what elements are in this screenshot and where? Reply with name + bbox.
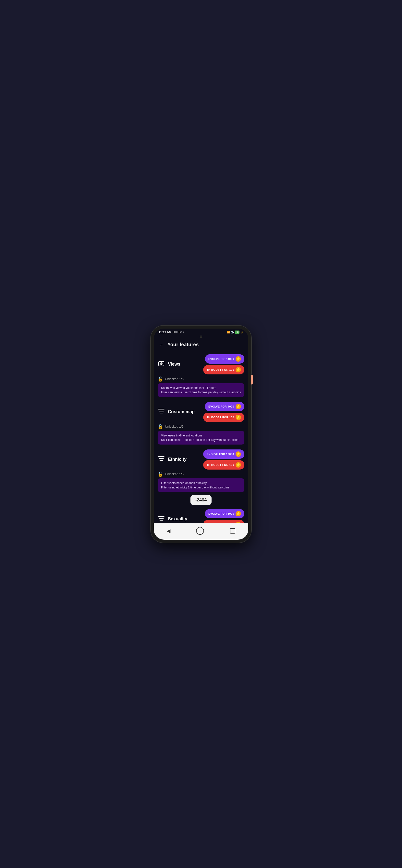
feature-ethnicity-buttons: EVOLVE FOR 16000 ⭐ 1H BOOST FOR 100 ⭐: [203, 450, 244, 470]
status-icons: 📶 📡 83 ⚡: [227, 331, 243, 334]
nav-square-shape: [230, 528, 235, 533]
lock-icon-map: 🔓: [158, 424, 163, 429]
ethnicity-boost-button[interactable]: 1H BOOST FOR 100 ⭐: [203, 460, 244, 470]
feature-ethnicity: Ethnicity EVOLVE FOR 16000 ⭐ 1H BOOST FO…: [158, 447, 244, 492]
feature-map-header: Custom map EVOLVE FOR 4000 ⭐ 1H BOOST FO…: [158, 400, 244, 423]
back-button[interactable]: ←: [159, 342, 163, 347]
map-evolve-button[interactable]: EVOLVE FOR 4000 ⭐: [205, 402, 244, 411]
charge-icon: ⚡: [241, 331, 243, 334]
feature-sexuality-name: Sexuality: [168, 517, 187, 522]
feature-ethnicity-name: Ethnicity: [168, 457, 187, 462]
star-coin-icon: ⭐: [236, 356, 241, 362]
svg-rect-4: [159, 411, 164, 411]
phone-screen: 11:19 AM 600KB/s ↓ 📶 📡 83 ⚡ ← Your featu…: [154, 329, 248, 540]
map-info-box: View users in different locations User c…: [158, 431, 244, 444]
svg-point-2: [161, 363, 162, 364]
svg-rect-6: [158, 456, 164, 457]
star-coin-icon-4: ⭐: [236, 415, 241, 420]
ethnicity-info-line1: Filter users based on their ethnicity: [161, 481, 241, 485]
ethnicity-info-box: Filter users based on their ethnicity Fi…: [158, 478, 244, 492]
feature-sexuality-buttons: EVOLVE FOR 8000 ⭐ 1H BOOST FOR 100 ⭐: [203, 509, 244, 523]
ethnicity-evolve-button[interactable]: EVOLVE FOR 16000 ⭐: [203, 450, 244, 459]
page-title: Your features: [167, 342, 198, 347]
tooltip-container: -2464: [158, 495, 244, 505]
views-info-line1: Users who viewed you in the last 24 hour…: [161, 386, 241, 390]
svg-rect-5: [160, 413, 163, 413]
battery-indicator: 83: [235, 331, 240, 334]
map-unlock-row: 🔓 Unlocked 1/5: [158, 423, 244, 431]
map-info-line2: User can select 1 custom location per da…: [161, 438, 241, 442]
lock-icon-ethnicity: 🔓: [158, 471, 163, 477]
feature-map-left: Custom map: [158, 409, 195, 415]
svg-rect-7: [159, 458, 164, 459]
feature-ethnicity-left: Ethnicity: [158, 456, 187, 463]
lock-icon: 🔓: [158, 376, 163, 382]
feature-views-header: Views EVOLVE FOR 4000 ⭐ 1H BOOST FOR 100…: [158, 352, 244, 375]
status-bar: 11:19 AM 600KB/s ↓ 📶 📡 83 ⚡: [154, 329, 248, 335]
features-content: Views EVOLVE FOR 4000 ⭐ 1H BOOST FOR 100…: [154, 350, 248, 523]
ethnicity-filter-icon: [158, 456, 165, 463]
svg-rect-11: [160, 520, 163, 521]
star-coin-icon-3: ⭐: [236, 404, 241, 409]
side-button: [251, 375, 253, 384]
nav-home-circle: [196, 527, 204, 535]
svg-rect-10: [159, 518, 164, 519]
views-boost-button[interactable]: 1H BOOST FOR 100 ⭐: [203, 365, 244, 374]
phone-frame: 11:19 AM 600KB/s ↓ 📶 📡 83 ⚡ ← Your featu…: [151, 326, 251, 542]
nav-home-button[interactable]: [192, 526, 208, 536]
map-boost-button[interactable]: 1H BOOST FOR 100 ⭐: [203, 413, 244, 422]
feature-views-left: Views: [158, 361, 180, 368]
star-coin-icon-6: ⭐: [236, 462, 241, 468]
status-speed: 600KB/s ↓: [173, 331, 184, 334]
sexuality-boost-button[interactable]: 1H BOOST FOR 100 ⭐: [203, 520, 244, 523]
camera-dot: [200, 335, 202, 338]
views-info-box: Users who viewed you in the last 24 hour…: [158, 383, 244, 397]
views-unlock-text: Unlocked 1/5: [165, 377, 184, 381]
views-info-line2: User can view a user 1 time for free per…: [161, 390, 241, 395]
star-coin-icon-5: ⭐: [236, 452, 241, 457]
feature-views-name: Views: [168, 362, 180, 367]
feature-ethnicity-header: Ethnicity EVOLVE FOR 16000 ⭐ 1H BOOST FO…: [158, 447, 244, 470]
map-info-line1: View users in different locations: [161, 433, 241, 438]
star-coin-icon-7: ⭐: [236, 511, 241, 517]
svg-rect-8: [160, 460, 163, 461]
feature-sexuality-header: Sexuality EVOLVE FOR 8000 ⭐ 1H BOOST FOR…: [158, 507, 244, 523]
map-unlock-text: Unlocked 1/5: [165, 425, 184, 428]
sexuality-evolve-button[interactable]: EVOLVE FOR 8000 ⭐: [205, 509, 244, 518]
nav-recents-button[interactable]: [226, 527, 239, 534]
tooltip-value: -2464: [190, 495, 212, 505]
feature-views-buttons: EVOLVE FOR 4000 ⭐ 1H BOOST FOR 100 ⭐: [203, 354, 244, 374]
views-unlock-row: 🔓 Unlocked 1/5: [158, 375, 244, 383]
feature-map-buttons: EVOLVE FOR 4000 ⭐ 1H BOOST FOR 100 ⭐: [203, 402, 244, 422]
svg-rect-9: [158, 516, 164, 517]
page-header: ← Your features: [154, 339, 248, 350]
views-evolve-button[interactable]: EVOLVE FOR 4000 ⭐: [205, 354, 244, 364]
feature-sexuality: Sexuality EVOLVE FOR 8000 ⭐ 1H BOOST FOR…: [158, 507, 244, 523]
ethnicity-info-line2: Filter using ethnicity 1 time per day wi…: [161, 485, 241, 490]
wifi-icon: 📡: [231, 331, 234, 334]
feature-views: Views EVOLVE FOR 4000 ⭐ 1H BOOST FOR 100…: [158, 352, 244, 397]
feature-sexuality-left: Sexuality: [158, 516, 187, 522]
signal-icon: 📶: [227, 331, 230, 334]
map-filter-icon: [158, 409, 165, 415]
star-coin-icon-2: ⭐: [236, 367, 241, 372]
feature-custom-map: Custom map EVOLVE FOR 4000 ⭐ 1H BOOST FO…: [158, 400, 244, 444]
ethnicity-unlock-row: 🔓 Unlocked 1/5: [158, 470, 244, 478]
bottom-nav: ◀: [154, 523, 248, 540]
camera-area: [154, 335, 248, 339]
nav-back-button[interactable]: ◀: [163, 527, 174, 535]
ethnicity-unlock-text: Unlocked 1/5: [165, 472, 184, 476]
svg-rect-3: [158, 409, 164, 409]
views-icon: [158, 361, 165, 368]
sexuality-filter-icon: [158, 516, 165, 522]
feature-map-name: Custom map: [168, 409, 195, 414]
status-time: 11:19 AM: [159, 331, 171, 334]
